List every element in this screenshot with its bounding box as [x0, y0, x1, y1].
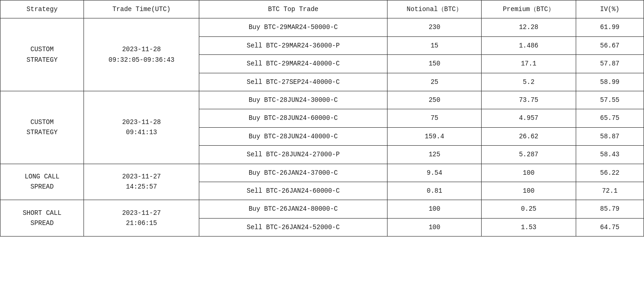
- trade-cell: Buy BTC-28JUN24-60000-C: [199, 109, 387, 127]
- trade-cell: Sell BTC-27SEP24-40000-C: [199, 73, 387, 91]
- iv-cell: 57.55: [576, 91, 644, 109]
- premium-cell: 12.28: [482, 18, 576, 36]
- notional-cell: 230: [388, 18, 482, 36]
- strategy-cell: CUSTOM STRATEGY: [0, 91, 84, 164]
- notional-cell: 250: [388, 91, 482, 109]
- iv-cell: 56.22: [576, 164, 644, 182]
- notional-cell: 9.54: [388, 164, 482, 182]
- trade-cell: Sell BTC-26JAN24-52000-C: [199, 218, 387, 236]
- trade-cell: Buy BTC-26JAN24-37000-C: [199, 164, 387, 182]
- notional-cell: 100: [388, 200, 482, 218]
- premium-cell: 5.287: [482, 146, 576, 164]
- table-row: CUSTOM STRATEGY2023-11-28 09:41:13Buy BT…: [0, 91, 644, 109]
- header-strategy: Strategy: [0, 0, 84, 18]
- iv-cell: 56.67: [576, 36, 644, 54]
- iv-cell: 64.75: [576, 218, 644, 236]
- premium-cell: 4.957: [482, 109, 576, 127]
- time-cell: 2023-11-27 21:06:15: [84, 200, 199, 237]
- premium-cell: 0.25: [482, 200, 576, 218]
- iv-cell: 65.75: [576, 109, 644, 127]
- trade-cell: Sell BTC-28JUN24-27000-P: [199, 146, 387, 164]
- premium-cell: 73.75: [482, 91, 576, 109]
- strategy-cell: SHORT CALL SPREAD: [0, 200, 84, 237]
- header-trade-time: Trade Time(UTC): [84, 0, 199, 18]
- premium-cell: 1.53: [482, 218, 576, 236]
- iv-cell: 72.1: [576, 182, 644, 200]
- strategy-cell: CUSTOM STRATEGY: [0, 18, 84, 91]
- premium-cell: 1.486: [482, 36, 576, 54]
- iv-cell: 58.99: [576, 73, 644, 91]
- header-notional: Notional（BTC）: [388, 0, 482, 18]
- trade-cell: Sell BTC-29MAR24-36000-P: [199, 36, 387, 54]
- trade-cell: Buy BTC-29MAR24-50000-C: [199, 18, 387, 36]
- iv-cell: 85.79: [576, 200, 644, 218]
- table-row: SHORT CALL SPREAD2023-11-27 21:06:15Buy …: [0, 200, 644, 218]
- premium-cell: 17.1: [482, 55, 576, 73]
- premium-cell: 26.62: [482, 127, 576, 145]
- iv-cell: 61.99: [576, 18, 644, 36]
- strategy-cell: LONG CALL SPREAD: [0, 164, 84, 200]
- time-cell: 2023-11-28 09:32:05-09:36:43: [84, 18, 199, 91]
- table-row: LONG CALL SPREAD2023-11-27 14:25:57Buy B…: [0, 164, 644, 182]
- trade-cell: Buy BTC-28JUN24-40000-C: [199, 127, 387, 145]
- trade-cell: Buy BTC-28JUN24-30000-C: [199, 91, 387, 109]
- iv-cell: 58.43: [576, 146, 644, 164]
- iv-cell: 58.87: [576, 127, 644, 145]
- trade-cell: Sell BTC-26JAN24-60000-C: [199, 182, 387, 200]
- notional-cell: 25: [388, 73, 482, 91]
- notional-cell: 100: [388, 218, 482, 236]
- notional-cell: 15: [388, 36, 482, 54]
- table-row: CUSTOM STRATEGY2023-11-28 09:32:05-09:36…: [0, 18, 644, 36]
- table-container: Strategy Trade Time(UTC) BTC Top Trade N…: [0, 0, 644, 302]
- time-cell: 2023-11-27 14:25:57: [84, 164, 199, 200]
- premium-cell: 100: [482, 182, 576, 200]
- notional-cell: 159.4: [388, 127, 482, 145]
- header-row: Strategy Trade Time(UTC) BTC Top Trade N…: [0, 0, 644, 18]
- time-cell: 2023-11-28 09:41:13: [84, 91, 199, 164]
- notional-cell: 0.81: [388, 182, 482, 200]
- trade-cell: Buy BTC-26JAN24-80000-C: [199, 200, 387, 218]
- trade-cell: Sell BTC-29MAR24-40000-C: [199, 55, 387, 73]
- premium-cell: 5.2: [482, 73, 576, 91]
- header-iv: IV(%): [576, 0, 644, 18]
- header-premium: Premium（BTC）: [482, 0, 576, 18]
- notional-cell: 75: [388, 109, 482, 127]
- notional-cell: 125: [388, 146, 482, 164]
- iv-cell: 57.87: [576, 55, 644, 73]
- header-btc-top-trade: BTC Top Trade: [199, 0, 387, 18]
- premium-cell: 100: [482, 164, 576, 182]
- notional-cell: 150: [388, 55, 482, 73]
- trades-table: Strategy Trade Time(UTC) BTC Top Trade N…: [0, 0, 644, 237]
